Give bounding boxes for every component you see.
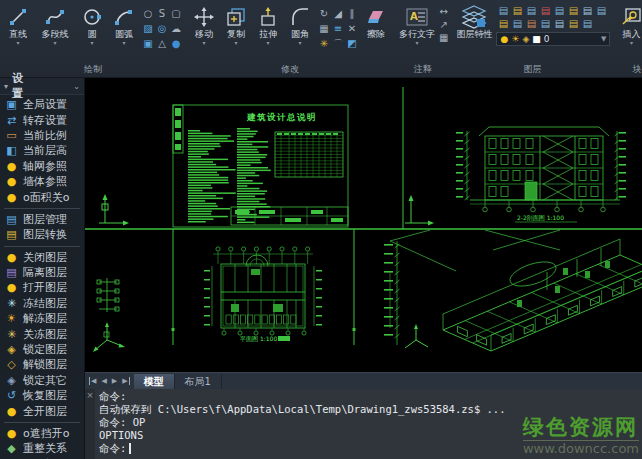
layer-copy-icon[interactable]: ▤ (583, 18, 592, 29)
layer-previous-icon[interactable]: ▤ (513, 18, 522, 29)
region-icon[interactable]: ▣ (143, 39, 152, 49)
sidebar-item-open-layer[interactable]: ●打开图层 (0, 280, 84, 295)
sidebar-item-layer-manage[interactable]: ▤图层管理 (0, 212, 84, 227)
sidebar-item-wall-reference[interactable]: ●墙体参照 (0, 174, 84, 189)
lock-icon[interactable]: ◈ (522, 34, 529, 44)
mirror-icon[interactable]: ∥ (350, 9, 355, 19)
sidebar-item-lock-layer[interactable]: ◈锁定图层 (0, 342, 84, 357)
point-icon[interactable]: ● (172, 39, 181, 49)
collapse-icon[interactable]: ⌄ (73, 82, 80, 91)
chevron-down-icon[interactable]: ▾ (4, 82, 8, 91)
sidebar-item-isolate-layer[interactable]: ▤隔离图层 (0, 265, 84, 280)
scale-icon[interactable]: ◢ (334, 9, 342, 19)
arc-button[interactable]: 圆弧 ▾ (109, 2, 139, 46)
insert-button[interactable]: 插入 ▾ (616, 2, 642, 46)
sidebar-item-area-toggle[interactable]: ●o面积关o (0, 189, 84, 204)
fillet-button[interactable]: 圆角 ▾ (285, 2, 315, 46)
sidebar-item-global-settings[interactable]: ▣全局设置 (0, 97, 84, 112)
chevron-down-icon[interactable]: ▾ (298, 40, 301, 46)
layer-lock-icon[interactable]: ▤ (555, 5, 564, 16)
rotate-icon[interactable]: ↻ (320, 9, 328, 19)
layer-on-icon[interactable]: ▤ (513, 5, 522, 16)
sidebar-item-occlusion-toggle[interactable]: ●o遮挡开o (0, 426, 84, 441)
layer-dropdown[interactable]: ● ☀ ◈ ■ 0 ▼ (496, 32, 610, 46)
sidebar-item-dump-settings[interactable]: ⇄转存设置 (0, 112, 84, 127)
tab-model[interactable]: 模型 (134, 374, 175, 389)
close-icon[interactable]: × (86, 390, 94, 400)
offset-icon[interactable]: ≡ (334, 24, 342, 34)
sidebar-item-unlock-layer[interactable]: ◇解锁图层 (0, 357, 84, 372)
layer-off-icon[interactable]: ▤ (499, 5, 508, 16)
trim-icon[interactable]: ✕ (348, 24, 356, 34)
line-button[interactable]: 直线 ▾ (3, 2, 33, 46)
sidebar-item-current-floor-height[interactable]: ◧当前层高 (0, 143, 84, 158)
sidebar-item-restore-layer[interactable]: ↺恢复图层 (0, 388, 84, 403)
chevron-down-icon[interactable]: ▾ (53, 40, 56, 46)
erase-button[interactable]: 擦除 (361, 2, 391, 40)
sidebar-item-current-scale[interactable]: ▭当前比例 (0, 128, 84, 143)
explode-icon[interactable]: ✳ (320, 39, 328, 49)
sidebar-item-thaw-layer[interactable]: ☀解冻图层 (0, 311, 84, 326)
sidebar-item-open-all-layers[interactable]: ●全开图层 (0, 403, 84, 418)
layer-current-icon[interactable]: ▤ (569, 18, 578, 29)
polygon-icon[interactable]: △ (158, 39, 166, 49)
prev-tab-icon[interactable]: ◀ (101, 377, 106, 385)
next-tab-icon[interactable]: ▶ (112, 377, 117, 385)
mtext-button[interactable]: A 多行文字 ▾ (397, 2, 437, 46)
chevron-down-icon[interactable]: ▾ (415, 40, 418, 46)
revcloud-icon[interactable]: ☁ (171, 24, 181, 34)
donut-icon[interactable]: ◎ (158, 24, 167, 34)
chevron-down-icon[interactable]: ▾ (234, 40, 237, 46)
layer-delete-icon[interactable]: ▤ (541, 18, 550, 29)
layer-unlock-icon[interactable]: ▤ (569, 5, 578, 16)
copy-button[interactable]: 复制 ▾ (221, 2, 251, 46)
align-icon[interactable]: ◩ (347, 39, 356, 49)
dimension-icon[interactable]: ↔ (440, 6, 448, 17)
table-icon[interactable]: ▦ (439, 32, 448, 43)
chevron-down-icon[interactable]: ▾ (90, 40, 93, 46)
sidebar-item-grid-reference[interactable]: ●轴网参照 (0, 159, 84, 174)
tab-layout1[interactable]: 布局1 (175, 374, 222, 389)
sidebar-item-rebuild-relations[interactable]: ◆重整关系 (0, 441, 84, 456)
circle-button[interactable]: 圆 ▾ (77, 2, 107, 46)
array-icon[interactable]: ▦ (319, 24, 328, 34)
hatch-icon[interactable]: ▨ (143, 24, 152, 34)
chevron-down-icon[interactable]: ▾ (266, 40, 269, 46)
move-button[interactable]: 移动 ▾ (189, 2, 219, 46)
layer-match-icon[interactable]: ▤ (499, 18, 508, 29)
sidebar-item-freeze-layer[interactable]: ✳冻结图层 (0, 296, 84, 311)
break-icon[interactable]: ⌒ (333, 39, 343, 49)
layer-unisolate-icon[interactable]: ▤ (597, 5, 606, 16)
elevation-view: 2-2剖面图 1:100 (456, 127, 626, 222)
layer-isolate-icon[interactable]: ▤ (583, 5, 592, 16)
last-tab-icon[interactable]: ▶ (122, 377, 129, 385)
sidebar-item-close-freeze-layer[interactable]: ✳关冻图层 (0, 326, 84, 341)
spline-icon[interactable]: S (159, 9, 165, 19)
layer-walk-icon[interactable]: ▤ (555, 18, 564, 29)
sun-icon[interactable]: ☀ (511, 34, 519, 44)
sidebar-header[interactable]: ▾ 设 置 ⌄ (0, 78, 84, 95)
chevron-down-icon[interactable]: ▾ (202, 40, 205, 46)
chevron-down-icon[interactable]: ▾ (122, 40, 125, 46)
chevron-down-icon[interactable]: ▾ (630, 40, 633, 46)
layer-merge-icon[interactable]: ▤ (527, 18, 536, 29)
chevron-down-icon[interactable]: ▾ (16, 40, 19, 46)
ellipse-icon[interactable]: ○ (144, 9, 153, 19)
chevron-down-icon[interactable]: ▼ (601, 35, 606, 43)
rectangle-icon[interactable]: ▢ (171, 9, 180, 19)
first-tab-icon[interactable]: ◀ (89, 377, 96, 385)
drawing-canvas[interactable]: 建筑设计总说明 (85, 78, 642, 372)
stretch-button[interactable]: 拉伸 ▾ (253, 2, 283, 46)
sidebar-item-layer-convert[interactable]: ▤图层转换 (0, 227, 84, 242)
command-prompt[interactable]: 命令: (99, 442, 642, 455)
polyline-button[interactable]: 多段线 ▾ (35, 2, 75, 46)
leader-icon[interactable]: ↗ (440, 19, 448, 30)
command-window[interactable]: × 命令:自动保存到 C:\Users\f\AppData\Local\Temp… (85, 389, 642, 459)
layer-properties-button[interactable]: 图层特性 (454, 2, 494, 40)
layer-freeze-icon[interactable]: ▤ (527, 5, 536, 16)
bulb-icon[interactable]: ● (500, 34, 508, 44)
layer-thaw-icon[interactable]: ▤ (541, 5, 550, 16)
sidebar-item-lock-others[interactable]: ◈锁定其它 (0, 373, 84, 388)
color-swatch-icon[interactable]: ■ (532, 34, 541, 44)
sidebar-item-close-layer[interactable]: ●关闭图层 (0, 250, 84, 265)
